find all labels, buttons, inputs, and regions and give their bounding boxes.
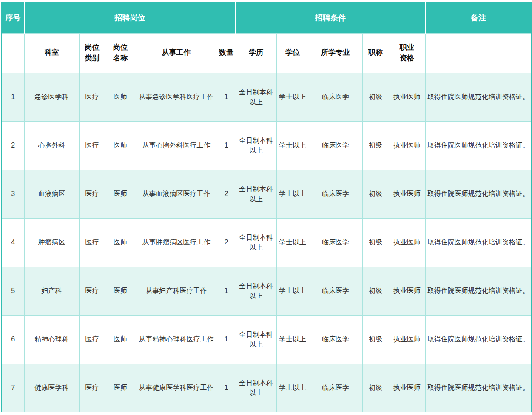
table-cell: 2 [2,121,24,170]
column-header-qualification: 职业 资格 [389,33,425,73]
table-cell: 执业医师 [389,267,425,315]
table-cell: 初级 [362,364,389,412]
table-cell: 从事妇产科医疗工作 [136,267,217,315]
table-cell: 医师 [105,73,136,121]
group-header-row: 序号 招聘岗位 招聘条件 备注 [2,3,532,33]
table-cell: 医疗 [79,364,105,412]
table-cell: 医师 [105,218,136,267]
table-cell: 初级 [362,315,389,364]
column-header-blank-right [425,33,532,73]
table-row: 7健康医学科医疗医师从事健康医学科医疗工作1全日制本科 以上学士以上临床医学初级… [2,364,532,412]
table-body: 1急诊医学科医疗医师从事急诊医学科医疗工作1全日制本科 以上学士以上临床医学初级… [2,73,532,412]
table-cell: 全日制本科 以上 [236,170,276,218]
table-cell: 4 [2,218,24,267]
column-header-education: 学历 [236,33,276,73]
table-cell: 2 [217,170,236,218]
table-cell: 取得住院医师规范化培训资格证。 [425,121,532,170]
table-cell: 医疗 [79,121,105,170]
table-cell: 学士以上 [276,170,309,218]
table-cell: 从事肿瘤病区医疗工作 [136,218,217,267]
table-cell: 临床医学 [309,170,362,218]
table-cell: 执业医师 [389,170,425,218]
table-cell: 从事健康医学科医疗工作 [136,364,217,412]
table-cell: 医疗 [79,218,105,267]
column-header-job-category: 岗位 类别 [79,33,105,73]
table-cell: 临床医学 [309,364,362,412]
table-cell: 1 [217,121,236,170]
table-row: 2心胸外科医疗医师从事心胸外科医疗工作1全日制本科 以上学士以上临床医学初级执业… [2,121,532,170]
recruitment-table: 序号 招聘岗位 招聘条件 备注 科室 岗位 类别 岗位 名称 从事工作 数量 学… [1,2,532,412]
table-cell: 全日制本科 以上 [236,315,276,364]
table-cell: 医师 [105,170,136,218]
table-cell: 医疗 [79,267,105,315]
table-cell: 取得住院医师规范化培训资格证。 [425,267,532,315]
table-cell: 医师 [105,364,136,412]
table-cell: 初级 [362,73,389,121]
table-cell: 临床医学 [309,218,362,267]
table-cell: 执业医师 [389,315,425,364]
table-cell: 3 [2,170,24,218]
table-cell: 7 [2,364,24,412]
table-cell: 学士以上 [276,315,309,364]
table-cell: 医师 [105,315,136,364]
table-cell: 全日制本科 以上 [236,364,276,412]
table-row: 6精神心理科医疗医师从事精神心理科医疗工作1全日制本科 以上学士以上临床医学初级… [2,315,532,364]
column-header-duties: 从事工作 [136,33,217,73]
table-cell: 1 [217,315,236,364]
table-cell: 医疗 [79,170,105,218]
table-row: 4肿瘤病区医疗医师从事肿瘤病区医疗工作2全日制本科 以上学士以上临床医学初级执业… [2,218,532,267]
column-header-row: 科室 岗位 类别 岗位 名称 从事工作 数量 学历 学位 所学专业 职称 职业 … [2,33,532,73]
column-header-job-title: 岗位 名称 [105,33,136,73]
group-header-serial: 序号 [2,3,24,33]
table-cell: 临床医学 [309,121,362,170]
table-cell: 急诊医学科 [24,73,79,121]
column-header-professional-title: 职称 [362,33,389,73]
table-cell: 5 [2,267,24,315]
column-header-department: 科室 [24,33,79,73]
table-cell: 执业医师 [389,73,425,121]
column-header-quantity: 数量 [217,33,236,73]
group-header-conditions: 招聘条件 [236,3,425,33]
table-cell: 临床医学 [309,267,362,315]
table-cell: 学士以上 [276,267,309,315]
table-cell: 学士以上 [276,73,309,121]
table-cell: 初级 [362,267,389,315]
table-cell: 2 [217,218,236,267]
table-cell: 初级 [362,218,389,267]
table-cell: 妇产科 [24,267,79,315]
table-row: 5妇产科医疗医师从事妇产科医疗工作1全日制本科 以上学士以上临床医学初级执业医师… [2,267,532,315]
table-cell: 6 [2,315,24,364]
column-header-major: 所学专业 [309,33,362,73]
group-header-remarks: 备注 [425,3,532,33]
table-cell: 学士以上 [276,364,309,412]
table-cell: 健康医学科 [24,364,79,412]
table-cell: 从事心胸外科医疗工作 [136,121,217,170]
table-cell: 全日制本科 以上 [236,267,276,315]
table-cell: 取得住院医师规范化培训资格证。 [425,73,532,121]
table-cell: 肿瘤病区 [24,218,79,267]
table-cell: 医疗 [79,73,105,121]
table-cell: 学士以上 [276,218,309,267]
group-header-position: 招聘岗位 [24,3,236,33]
table-cell: 1 [217,267,236,315]
table-cell: 全日制本科 以上 [236,218,276,267]
table-cell: 1 [217,364,236,412]
table-cell: 血液病区 [24,170,79,218]
table-cell: 临床医学 [309,73,362,121]
table-cell: 1 [2,73,24,121]
column-header-degree: 学位 [276,33,309,73]
table-cell: 临床医学 [309,315,362,364]
table-cell: 心胸外科 [24,121,79,170]
table-row: 1急诊医学科医疗医师从事急诊医学科医疗工作1全日制本科 以上学士以上临床医学初级… [2,73,532,121]
table-cell: 医师 [105,267,136,315]
table-cell: 取得住院医师规范化培训资格证。 [425,218,532,267]
table-cell: 全日制本科 以上 [236,73,276,121]
recruitment-page: 序号 招聘岗位 招聘条件 备注 科室 岗位 类别 岗位 名称 从事工作 数量 学… [0,0,532,415]
table-cell: 医疗 [79,315,105,364]
table-cell: 取得住院医师规范化培训资格证。 [425,170,532,218]
table-cell: 初级 [362,170,389,218]
column-header-blank-left [2,33,24,73]
table-cell: 医师 [105,121,136,170]
table-cell: 执业医师 [389,121,425,170]
table-cell: 从事精神心理科医疗工作 [136,315,217,364]
